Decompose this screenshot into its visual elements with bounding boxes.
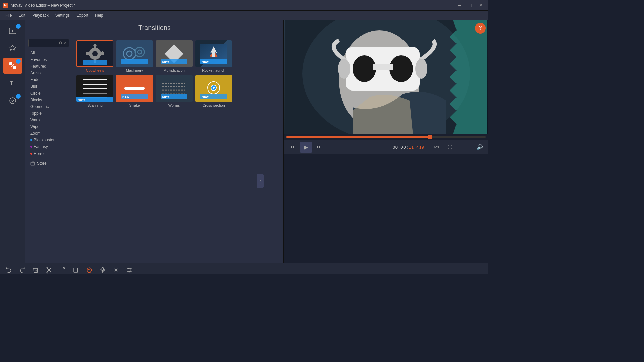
sidebar-item-favorites[interactable]: Favorites: [28, 56, 69, 63]
play-button[interactable]: ▶: [300, 142, 312, 153]
tool-transitions[interactable]: i: [3, 58, 22, 74]
maximize-button[interactable]: □: [466, 2, 475, 9]
sidebar-item-wipe[interactable]: Wipe: [28, 123, 69, 130]
sidebar-item-blur[interactable]: Blur: [28, 83, 69, 90]
sidebar-item-circle[interactable]: Circle: [28, 90, 69, 97]
stickers-badge: i: [16, 94, 21, 99]
skip-to-start-button[interactable]: ⏮: [286, 142, 299, 153]
svg-point-54: [353, 55, 376, 82]
search-input[interactable]: [31, 41, 57, 45]
machinery-thumb: [116, 40, 153, 67]
aspect-ratio-button[interactable]: 16:9: [430, 144, 441, 150]
transitions-sidebar: ✕ All Favorites Featured Artistic Fade B…: [25, 36, 72, 263]
menu-settings[interactable]: Settings: [53, 12, 72, 18]
sidebar-item-featured[interactable]: Featured: [28, 63, 69, 70]
sidebar-item-ripple[interactable]: Ripple: [28, 110, 69, 117]
left-toolbar: i i T i: [0, 20, 25, 263]
sidebar-item-blockbuster[interactable]: Blockbuster: [28, 137, 69, 143]
transitions-row-2: NEW Scanning: [76, 75, 279, 107]
redo-button[interactable]: [16, 265, 28, 274]
svg-point-60: [47, 272, 48, 273]
mic-button[interactable]: [97, 265, 109, 274]
svg-point-9: [59, 42, 62, 44]
worms-thumb: NEW: [156, 75, 193, 102]
scanning-label: Scanning: [87, 103, 103, 107]
sidebar-item-blocks[interactable]: Blocks: [28, 97, 69, 103]
menu-edit[interactable]: Edit: [16, 12, 28, 18]
transition-multiplication[interactable]: NEW Multiplication: [156, 40, 193, 72]
sidebar-item-all[interactable]: All: [28, 50, 69, 56]
menu-file[interactable]: File: [3, 12, 14, 18]
store-button[interactable]: Store: [28, 160, 69, 167]
rotate-button[interactable]: [56, 265, 68, 274]
progress-bar[interactable]: [286, 136, 486, 138]
help-button[interactable]: ?: [475, 23, 486, 34]
search-box[interactable]: ✕: [28, 39, 69, 47]
transition-snake[interactable]: NEW Snake: [116, 75, 153, 107]
sidebar-item-fade[interactable]: Fade: [28, 76, 69, 83]
sidebar-item-zoom[interactable]: Zoom: [28, 130, 69, 137]
scanning-thumb: NEW: [76, 75, 113, 102]
menu-playback[interactable]: Playback: [30, 12, 51, 18]
skip-to-end-button[interactable]: ⏭: [313, 142, 325, 153]
svg-rect-11: [31, 162, 35, 165]
transition-cogwheels[interactable]: Cogwheels: [76, 40, 113, 72]
transitions-title: Transitions: [25, 20, 283, 36]
minimize-button[interactable]: ─: [455, 2, 464, 9]
delete-button[interactable]: [30, 265, 42, 274]
cut-button[interactable]: [43, 265, 55, 274]
svg-point-55: [389, 55, 413, 82]
svg-text:NEW: NEW: [202, 95, 209, 98]
undo-button[interactable]: [3, 265, 15, 274]
svg-rect-34: [124, 87, 145, 90]
worms-label: Worms: [168, 103, 180, 107]
progress-thumb[interactable]: [428, 135, 432, 139]
svg-point-67: [89, 269, 90, 270]
volume-button[interactable]: 🔊: [474, 142, 486, 153]
color-button[interactable]: [83, 265, 95, 274]
sidebar-item-artistic[interactable]: Artistic: [28, 70, 69, 76]
transition-rocket[interactable]: NEW Rocket launch: [195, 40, 232, 72]
equalizer-button[interactable]: [123, 265, 136, 274]
crop-button[interactable]: [70, 265, 82, 274]
svg-point-76: [129, 271, 130, 272]
settings-button[interactable]: [110, 265, 122, 274]
search-clear[interactable]: ✕: [64, 41, 67, 45]
transition-worms[interactable]: NEW Worms: [156, 75, 193, 107]
tool-effects[interactable]: [3, 40, 22, 56]
fantasy-dot: [30, 146, 32, 148]
svg-point-66: [88, 269, 89, 270]
tool-stickers[interactable]: i: [3, 93, 22, 109]
media-badge: i: [16, 24, 21, 29]
fullscreen-button[interactable]: [444, 142, 456, 153]
svg-rect-25: [121, 59, 148, 64]
menu-help[interactable]: Help: [92, 12, 106, 18]
maximize-preview-button[interactable]: [459, 142, 471, 153]
sidebar-item-warp[interactable]: Warp: [28, 117, 69, 123]
sidebar-item-horror[interactable]: Horror: [28, 150, 69, 157]
svg-text:NEW: NEW: [202, 60, 209, 63]
multiplication-thumb: NEW: [156, 40, 193, 67]
svg-rect-16: [86, 52, 90, 55]
main-toolbar: [0, 263, 488, 274]
snake-label: Snake: [129, 103, 140, 107]
svg-point-74: [128, 268, 129, 269]
svg-rect-64: [74, 268, 78, 272]
transition-cross-section[interactable]: NEW Cross-section: [195, 75, 232, 107]
svg-point-13: [92, 51, 98, 56]
tool-media[interactable]: i: [3, 23, 22, 39]
cogwheels-thumb: [76, 40, 113, 67]
app-title: Movavi Video Editor – New Project *: [11, 3, 75, 8]
transition-scanning[interactable]: NEW Scanning: [76, 75, 113, 107]
panel-collapse-button[interactable]: ‹: [257, 174, 264, 188]
svg-rect-20: [83, 60, 107, 65]
close-button[interactable]: ✕: [476, 2, 486, 9]
sidebar-item-fantasy[interactable]: Fantasy: [28, 143, 69, 150]
tool-menu[interactable]: [3, 244, 22, 260]
svg-rect-59: [463, 145, 467, 149]
menu-export[interactable]: Export: [74, 12, 91, 18]
sidebar-item-geometric[interactable]: Geometric: [28, 103, 69, 110]
transition-machinery[interactable]: Machinery: [116, 40, 153, 72]
main-area: i i T i Transitions: [0, 20, 488, 263]
tool-titles[interactable]: T: [3, 75, 22, 91]
